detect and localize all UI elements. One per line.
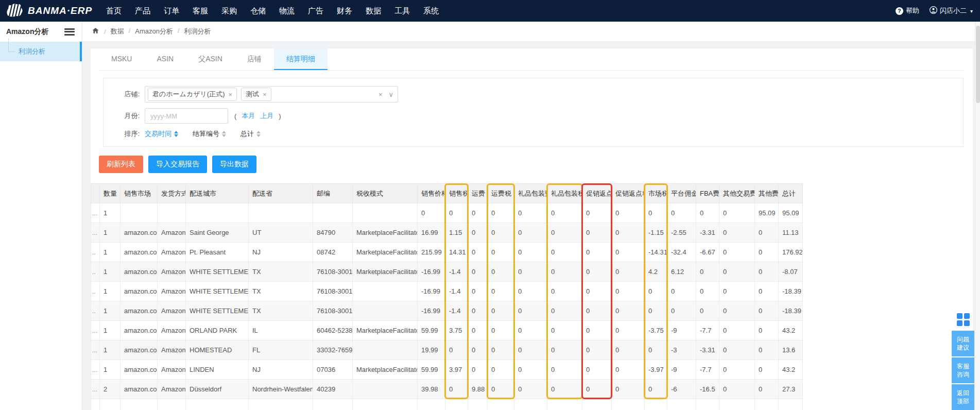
- tab-结算明细[interactable]: 结算明细: [274, 48, 328, 70]
- table-row[interactable]: ..1amazon.comAmazonWHITE SETTLEMENTTX761…: [91, 282, 803, 301]
- column-header[interactable]: [91, 184, 100, 203]
- column-header[interactable]: 礼品包装费: [514, 184, 547, 203]
- table-cell: WHITE SETTLEMENT: [186, 301, 249, 321]
- tab-ASIN[interactable]: ASIN: [144, 48, 186, 70]
- nav-menu-item[interactable]: 订单: [157, 0, 186, 22]
- table-cell: 13.6: [779, 340, 803, 360]
- help-button[interactable]: ? 帮助: [896, 6, 919, 15]
- table-row[interactable]: ...1amazon.comAmazonHOMESTEADFL33032-765…: [91, 340, 803, 360]
- tab-父ASIN[interactable]: 父ASIN: [186, 48, 235, 70]
- table-cell: Amazon: [158, 282, 186, 301]
- hamburger-icon[interactable]: [64, 28, 75, 36]
- table-cell: [582, 399, 612, 410]
- column-header[interactable]: 礼品包装税: [547, 184, 582, 203]
- export-data-button[interactable]: 导出数据: [212, 156, 256, 173]
- breadcrumb-item[interactable]: 数据: [111, 27, 124, 36]
- nav-menu-item[interactable]: 物流: [272, 0, 301, 22]
- nav-menu-item[interactable]: 广告: [301, 0, 330, 22]
- column-header[interactable]: 其他交易费: [719, 184, 755, 203]
- sort-option-交易时间[interactable]: 交易时间: [145, 129, 178, 139]
- column-header[interactable]: 运费税: [488, 184, 514, 203]
- top-navbar: BANMA·ERP 首页产品订单客服采购仓储物流广告财务数据工具系统 ? 帮助 …: [0, 0, 980, 22]
- scrollbar-thumb[interactable]: [976, 26, 980, 103]
- shop-tag[interactable]: 君のホームカザリ(正式)×: [148, 88, 237, 101]
- sidebar-item-profit-analysis[interactable]: 利润分析: [0, 42, 82, 61]
- select-caret-icon[interactable]: ∨: [388, 91, 393, 98]
- shop-tag[interactable]: 测试×: [241, 88, 271, 101]
- breadcrumb-item[interactable]: Amazon分析: [135, 27, 173, 36]
- page-scrollbar[interactable]: [975, 22, 980, 410]
- nav-menu-item[interactable]: 财务: [330, 0, 359, 22]
- refresh-list-button[interactable]: 刷新列表: [99, 156, 143, 173]
- column-header[interactable]: 销售市场: [121, 184, 158, 203]
- sort-option-结算编号[interactable]: 结算编号: [193, 129, 226, 139]
- breadcrumb-item[interactable]: 利润分析: [184, 27, 211, 36]
- table-cell: Nordrhein-Westfalen: [249, 380, 313, 399]
- column-header[interactable]: 其他费: [755, 184, 779, 203]
- float-button-返回顶部[interactable]: 返回顶部: [952, 384, 974, 410]
- table-row[interactable]: ...1amazon.comAmazonORLAND PARKIL60462-5…: [91, 321, 803, 340]
- table-row[interactable]: ...100000000000095.0995.09: [91, 203, 803, 223]
- table-cell: 0: [488, 203, 514, 223]
- table-row[interactable]: ..1amazon.comAmazonWHITE SETTLEMENTTX761…: [91, 301, 803, 321]
- table-row[interactable]: ...1amazon.comAmazonSaint GeorgeUT84790M…: [91, 223, 803, 243]
- nav-menu-item[interactable]: 客服: [186, 0, 215, 22]
- shop-filter-row: 店铺: 君のホームカザリ(正式)×测试× × ∨: [114, 86, 953, 102]
- column-header[interactable]: 发货方式: [158, 184, 186, 203]
- table-cell: -6: [667, 380, 696, 399]
- table-cell: [719, 399, 755, 410]
- float-button-问题建议[interactable]: 问题建议: [952, 331, 974, 356]
- column-header[interactable]: 销售税: [445, 184, 468, 203]
- tab-店铺[interactable]: 店铺: [235, 48, 274, 70]
- table-cell: 0: [612, 262, 645, 282]
- shop-select[interactable]: 君のホームカザリ(正式)×测试× × ∨: [145, 86, 398, 102]
- column-header[interactable]: 市场税: [645, 184, 667, 203]
- remove-tag-icon[interactable]: ×: [229, 91, 233, 98]
- remove-tag-icon[interactable]: ×: [263, 91, 267, 98]
- table-row[interactable]: ...2amazon.comAmazonDüsseldorfNordrhein-…: [91, 380, 803, 399]
- table-cell: 0: [719, 360, 755, 380]
- sort-option-总计[interactable]: 总计: [240, 129, 261, 139]
- table-cell: ...: [91, 203, 100, 223]
- float-button-客服咨询[interactable]: 客服咨询: [952, 357, 974, 383]
- paren-close: ): [279, 112, 281, 120]
- table-cell: 0: [719, 340, 755, 360]
- last-month-link[interactable]: 上月: [260, 111, 273, 121]
- month-input[interactable]: [145, 108, 228, 124]
- home-icon[interactable]: [92, 27, 99, 36]
- column-header[interactable]: 总计: [779, 184, 803, 203]
- column-header[interactable]: 运费: [468, 184, 488, 203]
- brand[interactable]: BANMA·ERP: [0, 2, 99, 20]
- column-header[interactable]: 平台佣金: [667, 184, 696, 203]
- tab-MSKU[interactable]: MSKU: [99, 48, 144, 70]
- table-cell: HOMESTEAD: [186, 340, 249, 360]
- column-header[interactable]: FBA费: [696, 184, 719, 203]
- nav-menu-item[interactable]: 产品: [128, 0, 157, 22]
- import-report-button[interactable]: 导入交易报告: [148, 156, 207, 173]
- table-row[interactable]: ..1amazon.comAmazonPt. PleasantNJ08742Ma…: [91, 243, 803, 262]
- table-row[interactable]: ..1amazon.comAmazonWHITE SETTLEMENTTX761…: [91, 262, 803, 282]
- nav-menu-item[interactable]: 工具: [388, 0, 417, 22]
- month-quick-links: ( 本月 上月 ): [234, 111, 281, 121]
- nav-menu-item[interactable]: 首页: [99, 0, 128, 22]
- table-cell: 84790: [313, 223, 353, 243]
- table-cell: 0: [645, 282, 667, 301]
- column-header[interactable]: 促销返点税: [612, 184, 645, 203]
- column-header[interactable]: 配送省: [249, 184, 313, 203]
- column-header[interactable]: 税收模式: [353, 184, 418, 203]
- nav-menu-item[interactable]: 数据: [359, 0, 388, 22]
- column-header[interactable]: 促销返点: [582, 184, 612, 203]
- column-header[interactable]: 销售价格: [418, 184, 445, 203]
- nav-menu-item[interactable]: 采购: [215, 0, 244, 22]
- this-month-link[interactable]: 本月: [242, 111, 255, 121]
- user-menu[interactable]: 闪店小二 ▾: [930, 6, 973, 15]
- column-header[interactable]: 数量: [100, 184, 121, 203]
- table-cell: 0: [719, 203, 755, 223]
- column-header[interactable]: 邮编: [313, 184, 353, 203]
- clear-icon[interactable]: ×: [379, 91, 383, 98]
- table-row[interactable]: ...1amazon.comAmazonLINDENNJ07036Marketp…: [91, 360, 803, 380]
- nav-menu-item[interactable]: 仓储: [244, 0, 272, 22]
- column-header[interactable]: 配送城市: [186, 184, 249, 203]
- nav-menu-item[interactable]: 系统: [417, 0, 445, 22]
- apps-grid-icon[interactable]: [955, 312, 971, 327]
